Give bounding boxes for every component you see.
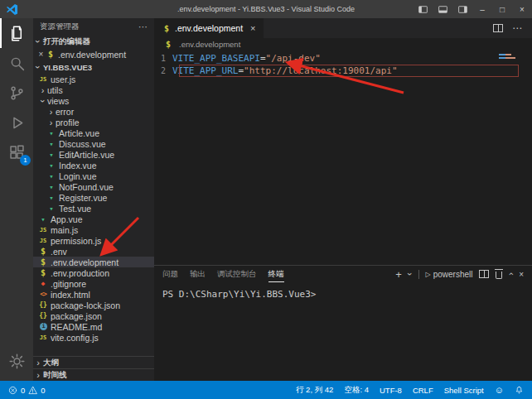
tree-item-Login.vue[interactable]: ▾Login.vue [33, 171, 154, 181]
sidebar-bottom-sections: › 大纲 › 时间线 [33, 356, 154, 381]
split-editor-icon[interactable] [493, 24, 503, 32]
project-section-header[interactable]: › YI.BBS.VUE3 [33, 60, 154, 74]
chevron-down-icon: › [33, 36, 43, 46]
encoding[interactable]: UTF-8 [380, 386, 402, 395]
tree-item-views[interactable]: ›views [33, 95, 154, 106]
close-tab-icon[interactable]: × [250, 23, 255, 33]
problems-status[interactable]: 0 0 [8, 386, 46, 395]
project-name: YI.BBS.VUE3 [43, 63, 92, 72]
tree-item-utils[interactable]: ›utils [33, 84, 154, 95]
env-file-icon: $ [38, 247, 48, 256]
panel-tab-问题[interactable]: 问题 [162, 266, 178, 282]
toggle-secondary-sidebar-icon[interactable] [452, 0, 472, 18]
tree-item-Register.vue[interactable]: ▾Register.vue [33, 192, 154, 203]
line-number: 2 [154, 66, 172, 75]
timeline-section-header[interactable]: › 时间线 [33, 368, 154, 381]
close-editor-icon[interactable]: × [36, 50, 46, 59]
file-label: permission.js [51, 236, 101, 246]
explorer-icon[interactable] [0, 18, 33, 48]
new-terminal-icon[interactable]: + [395, 268, 402, 281]
js-file-icon: JS [38, 334, 48, 341]
outline-section-header[interactable]: › 大纲 [33, 356, 154, 368]
tree-item-.env.development[interactable]: $.env.development [33, 257, 154, 267]
tree-item-index.html[interactable]: <>index.html [33, 289, 154, 300]
tree-item-permission.js[interactable]: JSpermission.js [33, 235, 154, 246]
tree-item-Test.vue[interactable]: ▾Test.vue [33, 203, 154, 214]
language-mode[interactable]: Shell Script [444, 386, 484, 395]
minimap-line-2 [499, 57, 515, 59]
tree-item-package-lock.json[interactable]: {}package-lock.json [33, 300, 154, 310]
more-actions-icon[interactable]: ⋯ [138, 22, 148, 32]
split-terminal-icon[interactable] [479, 270, 489, 278]
open-editor-item[interactable]: × $ .env.development [33, 48, 154, 60]
tree-item-.env[interactable]: $.env [33, 246, 154, 257]
tree-item-EditArticle.vue[interactable]: ▾EditArticle.vue [33, 149, 154, 160]
env-key-token: VITE_APP_URL [172, 65, 238, 76]
breadcrumb[interactable]: $ .env.development [154, 38, 532, 50]
notifications-bell-icon[interactable] [515, 386, 524, 395]
search-icon[interactable] [0, 48, 33, 78]
tree-item-error[interactable]: ›error [33, 106, 154, 117]
bottom-panel: 问题输出调试控制台终端 + › ▷ powershell › × [154, 265, 532, 381]
vue-file-icon: ▾ [46, 194, 56, 202]
maximize-button[interactable]: □ [492, 0, 512, 18]
vscode-logo-icon [6, 3, 18, 16]
open-editors-header[interactable]: › 打开的编辑器 [33, 35, 154, 48]
tree-item-.env.production[interactable]: $.env.production [33, 267, 154, 278]
panel-tab-调试控制台[interactable]: 调试控制台 [217, 266, 257, 282]
vue-file-icon: ▾ [46, 183, 56, 191]
tree-item-.gitignore[interactable]: ◆.gitignore [33, 278, 154, 289]
kill-terminal-icon[interactable] [496, 272, 502, 279]
run-debug-icon[interactable] [0, 108, 33, 137]
warning-count: 0 [41, 386, 45, 395]
source-control-icon[interactable] [0, 78, 33, 108]
minimap[interactable] [499, 54, 515, 59]
close-window-button[interactable]: × [512, 0, 532, 18]
editor-area: $ .env.development × ⋯ $ .env.developmen… [154, 18, 532, 381]
toggle-panel-icon[interactable] [433, 0, 452, 18]
powershell-icon: ▷ [426, 271, 431, 278]
title-bar: .env.development - Yi.BBS.Vue3 - Visual … [0, 0, 532, 18]
tree-item-main.js[interactable]: JSmain.js [33, 224, 154, 235]
close-panel-icon[interactable]: × [519, 270, 524, 279]
tree-item-vite.config.js[interactable]: JSvite.config.js [33, 332, 154, 343]
feedback-smiley-icon[interactable]: ☺ [495, 385, 504, 395]
extensions-badge: 1 [20, 155, 31, 166]
tree-item-Index.vue[interactable]: ▾Index.vue [33, 160, 154, 171]
status-right: 行 2, 列 42 空格: 4 UTF-8 CRLF Shell Script … [296, 385, 524, 396]
maximize-panel-icon[interactable]: › [505, 272, 515, 276]
indentation[interactable]: 空格: 4 [344, 385, 369, 396]
cursor-position[interactable]: 行 2, 列 42 [296, 385, 333, 396]
terminal-output[interactable]: PS D:\CSharp\Yi\Yi.BBS.Vue3> [154, 282, 532, 381]
tree-item-user.js[interactable]: JSuser.js [33, 74, 154, 84]
tree-item-profile[interactable]: ›profile [33, 117, 154, 127]
tab-env-development[interactable]: $ .env.development × [154, 18, 264, 38]
tree-item-NotFound.vue[interactable]: ▾NotFound.vue [33, 181, 154, 192]
tree-item-package.json[interactable]: {}package.json [33, 310, 154, 321]
extensions-icon[interactable]: 1 [0, 137, 33, 167]
js-file-icon: JS [38, 238, 48, 244]
code-lines: 1VITE_APP_BASEAPI="/api-dev"2VITE_APP_UR… [154, 52, 532, 77]
toggle-sidebar-icon[interactable] [413, 0, 433, 18]
code-line-2[interactable]: 2VITE_APP_URL="http://localhost:19001/ap… [154, 65, 532, 77]
code-editor[interactable]: 1VITE_APP_BASEAPI="/api-dev"2VITE_APP_UR… [154, 50, 532, 265]
terminal-shell-selector[interactable]: ▷ powershell [426, 270, 473, 279]
tree-item-Article.vue[interactable]: ▾Article.vue [33, 127, 154, 138]
tree-item-App.vue[interactable]: ▾App.vue [33, 214, 154, 224]
code-line-1[interactable]: 1VITE_APP_BASEAPI="/api-dev" [154, 52, 532, 65]
minimize-button[interactable]: – [472, 0, 492, 18]
more-actions-icon[interactable]: ⋯ [512, 22, 522, 34]
terminal-prompt: PS D:\CSharp\Yi\Yi.BBS.Vue3> [162, 289, 316, 300]
chevron-right-icon: › [38, 85, 47, 95]
md-file-icon: i [40, 323, 47, 330]
string-token: "/api-dev" [266, 53, 321, 64]
panel-tab-输出[interactable]: 输出 [190, 266, 206, 282]
terminal-profile-dropdown-icon[interactable]: › [405, 272, 415, 276]
tree-item-README.md[interactable]: iREADME.md [33, 321, 154, 332]
tree-item-Discuss.vue[interactable]: ▾Discuss.vue [33, 138, 154, 149]
eol-sequence[interactable]: CRLF [413, 386, 433, 395]
panel-tab-终端[interactable]: 终端 [268, 266, 284, 282]
settings-gear-icon[interactable] [0, 346, 33, 376]
timeline-label: 时间线 [43, 370, 67, 381]
equals-token: = [260, 53, 266, 64]
